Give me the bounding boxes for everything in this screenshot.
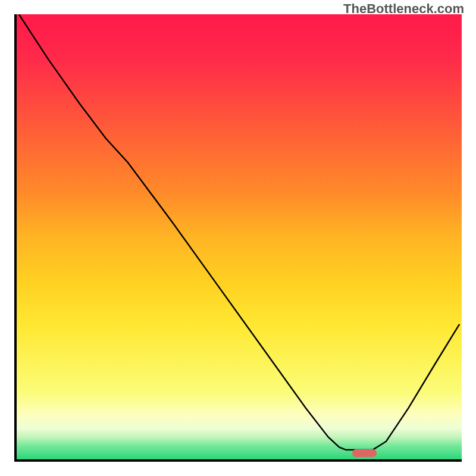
optimum-marker [352,449,377,457]
curve-svg [17,14,462,457]
watermark-label: TheBottleneck.com [343,1,464,17]
chart-plot-area [14,14,462,462]
